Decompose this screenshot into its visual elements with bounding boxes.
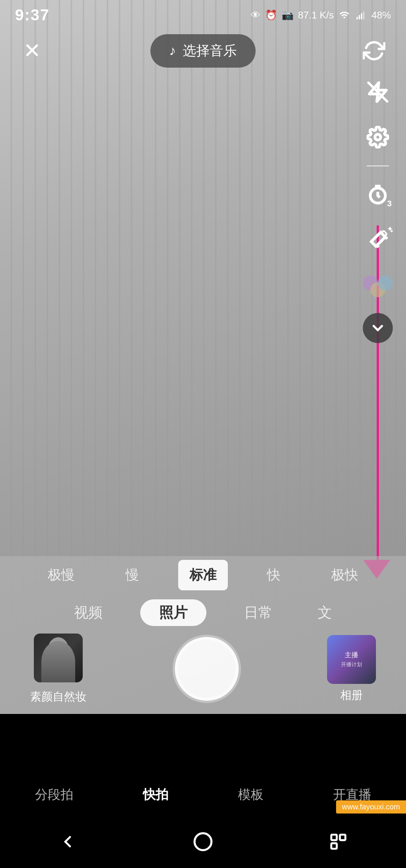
mode-photo[interactable]: 照片	[140, 599, 206, 626]
timer-number: 3	[387, 199, 392, 209]
svg-rect-3	[363, 12, 365, 20]
gallery-preset-wrapper[interactable]: 素颜自然妆	[30, 634, 86, 705]
nav-item-segment[interactable]: 分段拍	[24, 782, 85, 807]
shutter-button[interactable]	[175, 637, 239, 701]
mode-text[interactable]: 文	[310, 599, 339, 626]
music-note-icon: ♪	[169, 43, 176, 59]
flash-button[interactable]	[361, 75, 395, 109]
speed-tab-very-fast[interactable]: 极快	[320, 560, 370, 590]
album-wrapper[interactable]: 主播 开播计划 相册	[327, 635, 376, 703]
top-controls: ✕ ♪ 选择音乐	[0, 30, 406, 71]
watermark: www.fayouxi.com	[336, 800, 406, 814]
home-button[interactable]	[188, 827, 218, 857]
speed-tab-normal[interactable]: 标准	[178, 560, 228, 590]
svg-rect-17	[331, 843, 337, 849]
beauty-icon	[367, 228, 389, 251]
close-icon: ✕	[23, 40, 41, 61]
battery-level: 48%	[371, 9, 391, 21]
svg-line-9	[385, 237, 387, 239]
svg-rect-16	[340, 835, 345, 840]
svg-line-13	[385, 231, 386, 233]
divider	[367, 165, 389, 166]
back-button[interactable]	[53, 827, 83, 857]
svg-rect-15	[331, 835, 337, 840]
speed-tab-fast[interactable]: 快	[256, 560, 292, 590]
svg-point-14	[195, 833, 212, 850]
timer-button[interactable]: 3	[361, 178, 395, 212]
flash-off-icon	[367, 81, 389, 103]
right-controls: 3 ✦ ✦	[361, 75, 395, 343]
svg-rect-1	[359, 15, 360, 20]
album-label: 相册	[340, 688, 363, 703]
svg-point-6	[375, 135, 381, 140]
back-icon	[58, 832, 77, 851]
speed-tab-very-slow[interactable]: 极慢	[36, 560, 86, 590]
filter-circle-bottom	[370, 282, 385, 297]
close-button[interactable]: ✕	[19, 38, 45, 64]
svg-rect-0	[356, 17, 358, 20]
watermark-text: www.fayouxi.com	[342, 803, 400, 811]
camera-controls-area: 极慢 慢 标准 快 极快 视频 照片 日常 文	[0, 556, 406, 714]
capture-row: 素颜自然妆 主播 开播计划 相册	[0, 631, 406, 706]
gallery-thumbnail[interactable]	[34, 634, 83, 682]
album-thumbnail[interactable]: 主播 开播计划	[327, 635, 376, 684]
signal-icon	[355, 10, 367, 20]
recents-button[interactable]	[323, 827, 353, 857]
album-thumbnail-inner: 主播 开播计划	[327, 635, 376, 684]
svg-rect-2	[361, 13, 362, 19]
eye-icon: 👁	[251, 9, 261, 21]
settings-icon	[367, 126, 389, 148]
status-icons: 👁 ⏰ 📷 87.1 K/s 48%	[251, 9, 391, 21]
refresh-icon	[363, 39, 385, 62]
nav-item-quick[interactable]: 快拍	[132, 782, 180, 807]
mode-daily[interactable]: 日常	[236, 599, 280, 626]
mode-selector: 视频 照片 日常 文	[0, 594, 406, 631]
camera-status-icon: 📷	[282, 9, 294, 21]
status-time: 9:37	[15, 6, 50, 24]
music-select-button[interactable]: ♪ 选择音乐	[150, 34, 256, 68]
timer-icon	[367, 183, 389, 206]
settings-button[interactable]	[361, 120, 395, 154]
filter-button[interactable]	[361, 268, 395, 302]
camera-switch-button[interactable]	[361, 38, 387, 64]
recents-icon	[329, 832, 348, 851]
chevron-down-icon	[370, 320, 386, 336]
body-decoration	[41, 641, 75, 682]
svg-line-10	[377, 245, 379, 247]
more-options-button[interactable]	[363, 313, 393, 343]
home-circle-icon	[192, 830, 214, 853]
system-navigation	[0, 815, 406, 868]
gallery-label: 素颜自然妆	[30, 689, 86, 705]
wifi-icon	[338, 10, 350, 20]
network-speed: 87.1 K/s	[298, 9, 334, 21]
nav-item-template[interactable]: 模板	[227, 782, 275, 807]
alarm-icon: ⏰	[265, 9, 277, 21]
beauty-button[interactable]: ✦ ✦	[361, 223, 395, 257]
music-label: 选择音乐	[183, 42, 237, 60]
mode-video[interactable]: 视频	[67, 599, 110, 626]
status-bar: 9:37 👁 ⏰ 📷 87.1 K/s 48%	[0, 0, 406, 30]
speed-tab-slow[interactable]: 慢	[114, 560, 150, 590]
speed-selector: 极慢 慢 标准 快 极快	[0, 556, 406, 594]
